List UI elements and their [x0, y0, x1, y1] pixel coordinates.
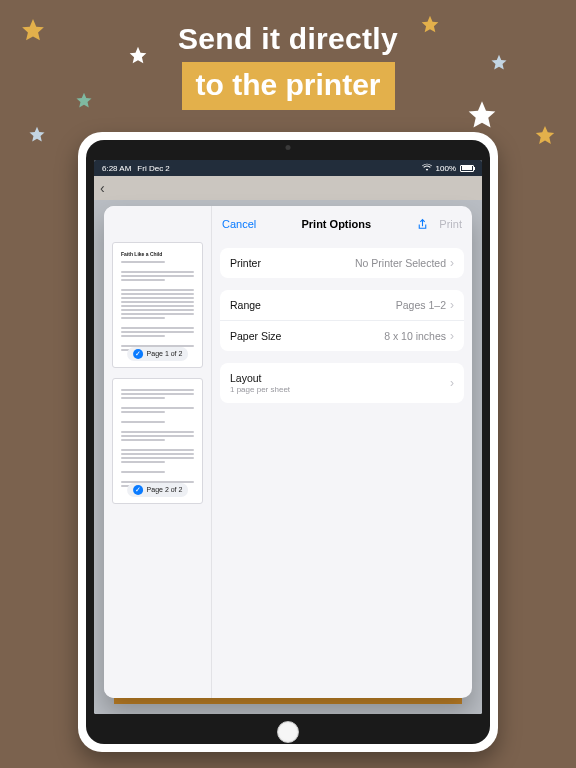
thumb-page-2[interactable]: ✓ Page 2 of 2 — [112, 378, 203, 504]
layout-subtitle: 1 page per sheet — [230, 385, 290, 394]
status-date: Fri Dec 2 — [137, 164, 169, 173]
paper-size-value: 8 x 10 inches — [384, 330, 446, 342]
status-time: 6:28 AM — [102, 164, 131, 173]
share-icon[interactable] — [416, 218, 429, 231]
chevron-right-icon: › — [450, 257, 454, 269]
page-settings-group: Range Pages 1–2› Paper Size 8 x 10 inche… — [220, 290, 464, 351]
printer-group: Printer No Printer Selected› — [220, 248, 464, 278]
page-thumbnails[interactable]: Faith Like a Child ✓ Page 1 of 2 — [104, 206, 212, 698]
wifi-icon — [422, 163, 432, 173]
battery-icon — [460, 165, 474, 172]
range-label: Range — [230, 299, 261, 311]
chevron-right-icon: › — [450, 299, 454, 311]
camera-dot — [286, 145, 291, 150]
printer-label: Printer — [230, 257, 261, 269]
modal-title: Print Options — [301, 218, 371, 230]
page-2-label: Page 2 of 2 — [147, 485, 183, 495]
chevron-right-icon: › — [450, 377, 454, 389]
home-button[interactable] — [277, 721, 299, 743]
star-decoration — [28, 126, 46, 144]
options-panel: Cancel Print Options Print Printer No — [212, 206, 472, 698]
thumb-page-1[interactable]: Faith Like a Child ✓ Page 1 of 2 — [112, 242, 203, 368]
range-row[interactable]: Range Pages 1–2› — [220, 290, 464, 320]
check-icon: ✓ — [133, 349, 143, 359]
cancel-button[interactable]: Cancel — [222, 218, 256, 230]
document-canvas: Faith Like a Child ✓ Page 1 of 2 — [94, 200, 482, 714]
page-2-badge[interactable]: ✓ Page 2 of 2 — [127, 483, 189, 497]
star-decoration — [534, 125, 556, 147]
status-bar: 6:28 AM Fri Dec 2 100% — [94, 160, 482, 176]
range-value: Pages 1–2 — [396, 299, 446, 311]
ipad-screen: 6:28 AM Fri Dec 2 100% ‹ — [94, 160, 482, 714]
page-1-badge[interactable]: ✓ Page 1 of 2 — [127, 347, 189, 361]
headline-line2: to the printer — [196, 68, 381, 101]
battery-percent: 100% — [436, 164, 456, 173]
back-chevron-icon[interactable]: ‹ — [100, 180, 105, 196]
layout-row[interactable]: Layout 1 page per sheet › — [220, 363, 464, 403]
marketing-headline: Send it directly to the printer — [0, 22, 576, 110]
layout-group: Layout 1 page per sheet › — [220, 363, 464, 403]
page-1-label: Page 1 of 2 — [147, 349, 183, 359]
paper-size-row[interactable]: Paper Size 8 x 10 inches› — [220, 320, 464, 351]
document-nav: ‹ — [94, 176, 482, 200]
chevron-right-icon: › — [450, 330, 454, 342]
printer-row[interactable]: Printer No Printer Selected› — [220, 248, 464, 278]
paper-size-label: Paper Size — [230, 330, 281, 342]
print-options-modal: Faith Like a Child ✓ Page 1 of 2 — [104, 206, 472, 698]
printer-value: No Printer Selected — [355, 257, 446, 269]
headline-line1: Send it directly — [0, 22, 576, 56]
layout-label: Layout — [230, 372, 290, 384]
print-button[interactable]: Print — [439, 218, 462, 230]
ipad-frame: 6:28 AM Fri Dec 2 100% ‹ — [78, 132, 498, 752]
doc-title: Faith Like a Child — [121, 251, 194, 258]
check-icon: ✓ — [133, 485, 143, 495]
